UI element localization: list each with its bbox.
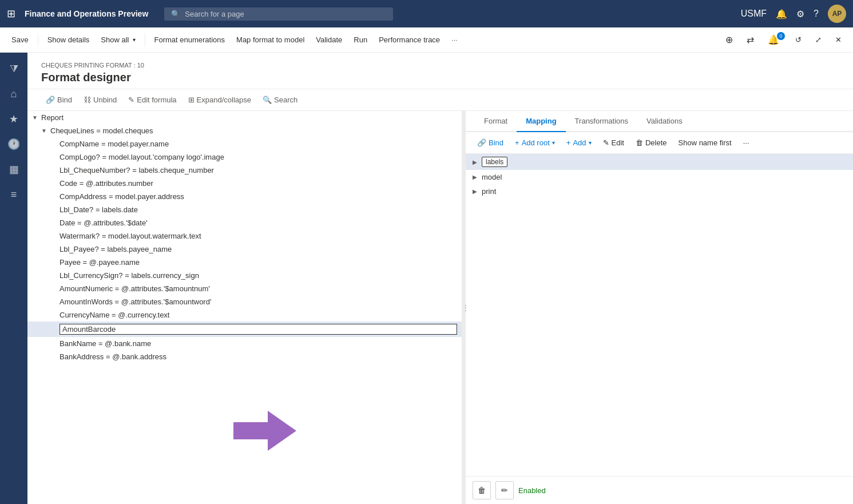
map-item[interactable]: ▶model: [466, 170, 853, 184]
close-icon[interactable]: ✕: [831, 32, 846, 47]
footer-edit-button[interactable]: ✏: [495, 481, 514, 499]
mapping-more-button[interactable]: ···: [739, 136, 754, 150]
map-item[interactable]: ▶labels: [466, 154, 853, 170]
show-all-chevron: ▾: [133, 37, 136, 43]
global-search-box[interactable]: 🔍: [164, 7, 393, 21]
notification-icon[interactable]: 🔔: [776, 9, 787, 19]
search-icon-designer: 🔍: [263, 96, 272, 104]
tree-item-label: CompLogo? = model.layout.'company logo'.…: [59, 153, 457, 161]
more-button[interactable]: ···: [447, 32, 462, 47]
tree-item-label: AmountNumeric = @.attributes.'$amountnum…: [59, 284, 457, 293]
search-button[interactable]: 🔍 Search: [258, 93, 302, 107]
mapping-tab-transformations[interactable]: Transformations: [566, 111, 637, 132]
tree-item[interactable]: Payee = @.payee.name: [27, 256, 462, 269]
mapping-tab-format[interactable]: Format: [475, 111, 517, 132]
tree-item[interactable]: BankAddress = @.bank.address: [27, 350, 462, 363]
tree-item[interactable]: AmountInWords = @.attributes.'$amountwor…: [27, 295, 462, 308]
puzzle-icon[interactable]: ⊕: [721, 31, 737, 49]
format-enumerations-button[interactable]: Format enumerations: [150, 32, 230, 47]
tree-item-label: Lbl_ChequeNumber? = labels.cheque_number: [59, 166, 457, 174]
add-root-button[interactable]: + Add root ▾: [510, 136, 560, 150]
performance-trace-button[interactable]: Performance trace: [374, 32, 445, 47]
sidebar-item-favorites[interactable]: ★: [2, 108, 25, 130]
delete-button[interactable]: 🗑 Delete: [631, 136, 672, 150]
pane-splitter[interactable]: [462, 111, 466, 504]
show-name-first-button[interactable]: Show name first: [674, 136, 736, 150]
tree-item-label: Lbl_Date? = labels.date: [59, 205, 457, 214]
tree-item[interactable]: Lbl_CurrencySign? = labels.currency_sign: [27, 269, 462, 282]
footer-delete-button[interactable]: 🗑: [473, 481, 491, 499]
tree-item[interactable]: Lbl_Date? = labels.date: [27, 203, 462, 216]
help-icon[interactable]: ?: [814, 9, 819, 19]
tree-arrow[interactable]: ▼: [32, 114, 41, 121]
tree-item[interactable]: CurrencyName = @.currency.text: [27, 308, 462, 322]
notification-badge-icon[interactable]: 🔔0: [763, 31, 786, 49]
main-layout: ⧩ ⌂ ★ 🕐 ▦ ≡ CHEQUES PRINTING FORMAT : 10…: [0, 53, 853, 504]
tree-item[interactable]: ▼Report: [27, 111, 462, 124]
tree-item[interactable]: Lbl_ChequeNumber? = labels.cheque_number: [27, 164, 462, 177]
tree-item[interactable]: AmountBarcode: [27, 322, 462, 337]
map-arrow[interactable]: ▶: [473, 188, 482, 195]
expand-collapse-icon: ⊞: [188, 96, 195, 104]
map-arrow[interactable]: ▶: [473, 159, 482, 165]
arrows-icon[interactable]: ⇄: [742, 31, 759, 49]
show-all-button[interactable]: Show all ▾: [96, 32, 140, 47]
mapping-tabs: FormatMappingTransformationsValidations: [466, 111, 853, 132]
sidebar-item-home[interactable]: ⌂: [2, 82, 25, 105]
tree-item-label: CompName = model.payer.name: [59, 140, 457, 148]
show-details-button[interactable]: Show details: [43, 32, 94, 47]
add-button[interactable]: + Add ▾: [562, 136, 596, 150]
tree-item[interactable]: CompName = model.payer.name: [27, 137, 462, 150]
tree-item[interactable]: Watermark? = model.layout.watermark.text: [27, 229, 462, 243]
search-input[interactable]: [185, 10, 386, 18]
format-tree: ▼Report▼ChequeLines = model.chequesCompN…: [27, 111, 462, 504]
sidebar-item-filter[interactable]: ⧩: [2, 57, 25, 80]
tree-item[interactable]: CompLogo? = model.layout.'company logo'.…: [27, 150, 462, 164]
bind-button[interactable]: 🔗 Bind: [41, 93, 77, 107]
refresh-icon[interactable]: ↺: [791, 32, 806, 47]
map-format-to-model-button[interactable]: Map format to model: [232, 32, 309, 47]
sidebar-item-recent[interactable]: 🕐: [2, 133, 25, 156]
user-avatar[interactable]: AP: [828, 5, 846, 23]
tree-item[interactable]: ▼ChequeLines = model.cheques: [27, 124, 462, 137]
add-root-chevron: ▾: [552, 140, 555, 146]
unbind-button[interactable]: ⛓ Unbind: [79, 93, 121, 107]
edit-formula-button[interactable]: ✎ Edit formula: [124, 93, 181, 107]
mapping-tab-validations[interactable]: Validations: [637, 111, 692, 132]
tree-item[interactable]: BankName = @.bank.name: [27, 337, 462, 350]
mapping-toolbar: 🔗 Bind + Add root ▾ + Add ▾ ✎: [466, 132, 853, 154]
content-area: CHEQUES PRINTING FORMAT : 10 Format desi…: [27, 53, 853, 504]
bind-icon-map: 🔗: [477, 138, 486, 147]
sidebar-item-modules[interactable]: ≡: [2, 183, 25, 206]
app-grid-icon[interactable]: ⊞: [7, 7, 15, 20]
map-bind-button[interactable]: 🔗 Bind: [473, 136, 508, 150]
tree-item[interactable]: Code = @.attributes.number: [27, 177, 462, 190]
side-navigation: ⧩ ⌂ ★ 🕐 ▦ ≡: [0, 53, 27, 504]
mapping-tab-mapping[interactable]: Mapping: [517, 111, 565, 132]
split-pane: ▼Report▼ChequeLines = model.chequesCompN…: [27, 111, 853, 504]
tree-item[interactable]: Date = @.attributes.'$date': [27, 216, 462, 229]
add-root-icon: +: [515, 138, 519, 147]
sidebar-item-workspaces[interactable]: ▦: [2, 158, 25, 181]
validate-button[interactable]: Validate: [311, 32, 347, 47]
tree-item[interactable]: CompAddress = model.payer.address: [27, 190, 462, 203]
tree-arrow[interactable]: ▼: [41, 128, 50, 134]
tree-item-label: BankName = @.bank.name: [59, 339, 457, 348]
settings-icon[interactable]: ⚙: [796, 9, 804, 19]
org-label[interactable]: USMF: [741, 9, 767, 19]
tree-item[interactable]: Lbl_Payee? = labels.payee_name: [27, 243, 462, 256]
tree-item-label: AmountBarcode: [59, 324, 457, 335]
edit-mapping-button[interactable]: ✎ Edit: [598, 136, 629, 150]
map-item[interactable]: ▶print: [466, 184, 853, 199]
tree-item[interactable]: AmountNumeric = @.attributes.'$amountnum…: [27, 282, 462, 295]
expand-collapse-button[interactable]: ⊞ Expand/collapse: [184, 93, 256, 107]
expand-icon[interactable]: ⤢: [811, 32, 826, 47]
save-button[interactable]: Save: [7, 32, 33, 47]
main-toolbar: Save Show details Show all ▾ Format enum…: [0, 27, 853, 53]
add-chevron: ▾: [589, 140, 592, 146]
run-button[interactable]: Run: [349, 32, 372, 47]
edit-icon-map: ✎: [603, 138, 609, 147]
map-arrow[interactable]: ▶: [473, 174, 482, 180]
designer-toolbar: 🔗 Bind ⛓ Unbind ✎ Edit formula ⊞ Expand/…: [27, 89, 853, 111]
unbind-icon: ⛓: [84, 96, 91, 104]
